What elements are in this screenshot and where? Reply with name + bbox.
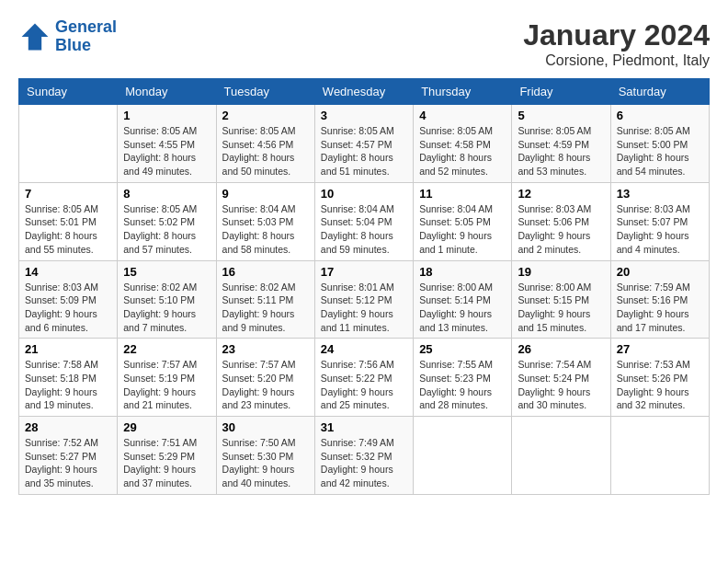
main-title: January 2024 xyxy=(523,18,710,52)
day-number: 13 xyxy=(617,187,703,201)
calendar-cell: 5Sunrise: 8:05 AMSunset: 4:59 PMDaylight… xyxy=(512,105,610,183)
calendar-cell: 6Sunrise: 8:05 AMSunset: 5:00 PMDaylight… xyxy=(610,105,709,183)
day-number: 17 xyxy=(321,265,407,279)
day-number: 7 xyxy=(25,187,111,201)
day-number: 24 xyxy=(321,342,407,356)
day-info: Sunrise: 7:59 AMSunset: 5:16 PMDaylight:… xyxy=(617,281,703,335)
day-info: Sunrise: 8:04 AMSunset: 5:03 PMDaylight:… xyxy=(222,202,309,257)
day-number: 5 xyxy=(518,109,604,122)
day-info: Sunrise: 7:57 AMSunset: 5:20 PMDaylight:… xyxy=(222,358,309,412)
calendar-cell xyxy=(19,105,118,183)
day-number: 25 xyxy=(419,342,506,356)
header-day-friday: Friday xyxy=(512,79,610,105)
day-info: Sunrise: 8:05 AMSunset: 4:56 PMDaylight:… xyxy=(222,124,309,178)
day-number: 30 xyxy=(222,420,309,434)
day-number: 4 xyxy=(419,109,506,122)
subtitle: Corsione, Piedmont, Italy xyxy=(523,52,710,69)
day-info: Sunrise: 7:49 AMSunset: 5:32 PMDaylight:… xyxy=(321,436,407,490)
day-number: 29 xyxy=(123,420,210,434)
week-row-3: 14Sunrise: 8:03 AMSunset: 5:09 PMDayligh… xyxy=(19,260,710,339)
day-info: Sunrise: 7:56 AMSunset: 5:22 PMDaylight:… xyxy=(321,358,407,412)
day-number: 3 xyxy=(321,109,407,122)
day-number: 11 xyxy=(419,187,506,201)
calendar-cell: 13Sunrise: 8:03 AMSunset: 5:07 PMDayligh… xyxy=(610,182,709,260)
day-info: Sunrise: 8:04 AMSunset: 5:05 PMDaylight:… xyxy=(419,202,506,257)
day-number: 6 xyxy=(617,109,703,122)
calendar-cell: 1Sunrise: 8:05 AMSunset: 4:55 PMDaylight… xyxy=(118,105,216,183)
calendar-cell: 28Sunrise: 7:52 AMSunset: 5:27 PMDayligh… xyxy=(19,417,118,495)
header-row: SundayMondayTuesdayWednesdayThursdayFrid… xyxy=(19,79,710,105)
calendar-cell: 24Sunrise: 7:56 AMSunset: 5:22 PMDayligh… xyxy=(314,339,413,417)
header-day-monday: Monday xyxy=(118,79,216,105)
day-info: Sunrise: 8:05 AMSunset: 4:55 PMDaylight:… xyxy=(123,124,210,178)
header-day-wednesday: Wednesday xyxy=(314,79,413,105)
day-info: Sunrise: 8:03 AMSunset: 5:06 PMDaylight:… xyxy=(518,202,604,257)
day-info: Sunrise: 8:00 AMSunset: 5:15 PMDaylight:… xyxy=(518,281,604,335)
calendar-cell: 23Sunrise: 7:57 AMSunset: 5:20 PMDayligh… xyxy=(216,339,314,417)
header-day-thursday: Thursday xyxy=(414,79,512,105)
day-info: Sunrise: 7:54 AMSunset: 5:24 PMDaylight:… xyxy=(518,358,604,412)
calendar-cell: 15Sunrise: 8:02 AMSunset: 5:10 PMDayligh… xyxy=(118,260,216,339)
calendar-cell: 19Sunrise: 8:00 AMSunset: 5:15 PMDayligh… xyxy=(512,260,610,339)
calendar-table: SundayMondayTuesdayWednesdayThursdayFrid… xyxy=(18,78,710,495)
calendar-cell: 26Sunrise: 7:54 AMSunset: 5:24 PMDayligh… xyxy=(512,339,610,417)
day-info: Sunrise: 8:05 AMSunset: 4:58 PMDaylight:… xyxy=(419,124,506,178)
day-info: Sunrise: 8:03 AMSunset: 5:07 PMDaylight:… xyxy=(617,202,703,257)
calendar-cell: 7Sunrise: 8:05 AMSunset: 5:01 PMDaylight… xyxy=(19,182,118,260)
calendar-cell: 29Sunrise: 7:51 AMSunset: 5:29 PMDayligh… xyxy=(118,417,216,495)
day-info: Sunrise: 8:05 AMSunset: 5:01 PMDaylight:… xyxy=(25,202,111,257)
calendar-cell xyxy=(512,417,610,495)
logo-blue: Blue xyxy=(55,36,91,54)
calendar-body: 1Sunrise: 8:05 AMSunset: 4:55 PMDaylight… xyxy=(19,105,710,495)
day-number: 26 xyxy=(518,342,604,356)
logo-general: General xyxy=(55,17,117,36)
week-row-4: 21Sunrise: 7:58 AMSunset: 5:18 PMDayligh… xyxy=(19,339,710,417)
day-info: Sunrise: 7:53 AMSunset: 5:26 PMDaylight:… xyxy=(617,358,703,412)
header-day-sunday: Sunday xyxy=(19,79,118,105)
day-number: 8 xyxy=(123,187,210,201)
day-info: Sunrise: 7:55 AMSunset: 5:23 PMDaylight:… xyxy=(419,358,506,412)
calendar-cell: 17Sunrise: 8:01 AMSunset: 5:12 PMDayligh… xyxy=(314,260,413,339)
calendar-cell: 16Sunrise: 8:02 AMSunset: 5:11 PMDayligh… xyxy=(216,260,314,339)
calendar-cell: 9Sunrise: 8:04 AMSunset: 5:03 PMDaylight… xyxy=(216,182,314,260)
calendar-cell: 3Sunrise: 8:05 AMSunset: 4:57 PMDaylight… xyxy=(314,105,413,183)
calendar-cell xyxy=(610,417,709,495)
day-info: Sunrise: 8:05 AMSunset: 5:02 PMDaylight:… xyxy=(123,202,210,257)
calendar-cell: 27Sunrise: 7:53 AMSunset: 5:26 PMDayligh… xyxy=(610,339,709,417)
calendar-cell: 8Sunrise: 8:05 AMSunset: 5:02 PMDaylight… xyxy=(118,182,216,260)
day-info: Sunrise: 8:04 AMSunset: 5:04 PMDaylight:… xyxy=(321,202,407,257)
calendar-cell xyxy=(414,417,512,495)
day-number: 15 xyxy=(123,265,210,279)
day-info: Sunrise: 7:52 AMSunset: 5:27 PMDaylight:… xyxy=(25,436,111,490)
day-number: 23 xyxy=(222,342,309,356)
calendar-cell: 14Sunrise: 8:03 AMSunset: 5:09 PMDayligh… xyxy=(19,260,118,339)
day-info: Sunrise: 8:01 AMSunset: 5:12 PMDaylight:… xyxy=(321,281,407,335)
day-info: Sunrise: 7:58 AMSunset: 5:18 PMDaylight:… xyxy=(25,358,111,412)
day-number: 18 xyxy=(419,265,506,279)
day-number: 19 xyxy=(518,265,604,279)
calendar-cell: 4Sunrise: 8:05 AMSunset: 4:58 PMDaylight… xyxy=(414,105,512,183)
day-number: 2 xyxy=(222,109,309,122)
day-number: 10 xyxy=(321,187,407,201)
header: General Blue January 2024 Corsione, Pied… xyxy=(18,18,710,69)
calendar-cell: 25Sunrise: 7:55 AMSunset: 5:23 PMDayligh… xyxy=(414,339,512,417)
svg-marker-0 xyxy=(22,23,49,50)
week-row-5: 28Sunrise: 7:52 AMSunset: 5:27 PMDayligh… xyxy=(19,417,710,495)
logo-icon xyxy=(18,20,51,53)
day-info: Sunrise: 7:50 AMSunset: 5:30 PMDaylight:… xyxy=(222,436,309,490)
day-number: 16 xyxy=(222,265,309,279)
day-number: 20 xyxy=(617,265,703,279)
day-number: 31 xyxy=(321,420,407,434)
logo: General Blue xyxy=(18,18,117,55)
logo-text: General Blue xyxy=(55,18,117,55)
calendar-cell: 31Sunrise: 7:49 AMSunset: 5:32 PMDayligh… xyxy=(314,417,413,495)
calendar-cell: 10Sunrise: 8:04 AMSunset: 5:04 PMDayligh… xyxy=(314,182,413,260)
day-number: 14 xyxy=(25,265,111,279)
calendar-header: SundayMondayTuesdayWednesdayThursdayFrid… xyxy=(19,79,710,105)
calendar-cell: 20Sunrise: 7:59 AMSunset: 5:16 PMDayligh… xyxy=(610,260,709,339)
day-number: 22 xyxy=(123,342,210,356)
day-number: 28 xyxy=(25,420,111,434)
day-info: Sunrise: 8:05 AMSunset: 5:00 PMDaylight:… xyxy=(617,124,703,178)
day-info: Sunrise: 7:57 AMSunset: 5:19 PMDaylight:… xyxy=(123,358,210,412)
day-number: 12 xyxy=(518,187,604,201)
